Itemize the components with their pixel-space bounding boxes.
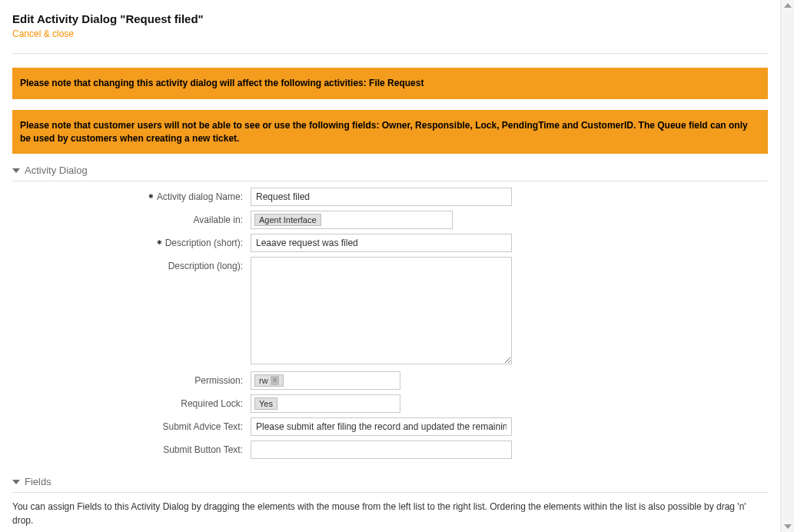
description-long-textarea[interactable] (251, 257, 512, 364)
label-available-in: Available in: (12, 211, 251, 225)
divider (12, 53, 768, 54)
scrollbar-up-arrow-icon[interactable] (784, 3, 792, 8)
section-activity-dialog-header[interactable]: Activity Dialog (12, 165, 768, 181)
activity-dialog-name-input[interactable] (251, 188, 512, 206)
required-lock-select[interactable]: Yes (251, 394, 400, 413)
permission-tag: rw × (254, 374, 284, 387)
section-fields-header[interactable]: Fields (12, 476, 768, 493)
caret-down-icon (12, 168, 20, 173)
required-lock-tag: Yes (254, 397, 277, 410)
description-short-input[interactable] (251, 234, 512, 252)
available-in-select[interactable]: Agent Interface (251, 211, 453, 229)
vertical-scrollbar[interactable] (780, 0, 794, 532)
permission-select[interactable]: rw × (251, 371, 400, 390)
page-title: Edit Activity Dialog "Request filed" (12, 12, 768, 25)
scrollbar-down-arrow-icon[interactable] (784, 524, 792, 529)
label-required-lock: Required Lock: (12, 394, 251, 409)
label-submit-advice: Submit Advice Text: (12, 417, 251, 432)
label-activity-dialog-name: Activity dialog Name: (12, 188, 251, 202)
section-activity-dialog-title: Activity Dialog (25, 165, 88, 176)
section-fields-title: Fields (25, 476, 51, 487)
submit-advice-input[interactable] (251, 417, 512, 436)
submit-button-text-input[interactable] (251, 441, 512, 459)
fields-help-text: You can assign Fields to this Activity D… (12, 500, 768, 527)
label-description-long: Description (long): (12, 257, 251, 271)
permission-tag-remove-icon[interactable]: × (271, 376, 280, 385)
label-description-short: Description (short): (12, 234, 251, 248)
warning-customer-fields: Please note that customer users will not… (12, 110, 768, 155)
caret-down-icon (12, 480, 20, 484)
available-in-tag: Agent Interface (254, 214, 321, 226)
label-submit-button-text: Submit Button Text: (12, 441, 251, 455)
label-permission: Permission: (12, 371, 251, 386)
warning-affects-activities: Please note that changing this activity … (12, 68, 768, 99)
main-scroll-area[interactable]: Edit Activity Dialog "Request filed" Can… (0, 0, 780, 532)
cancel-close-link[interactable]: Cancel & close (12, 28, 74, 39)
